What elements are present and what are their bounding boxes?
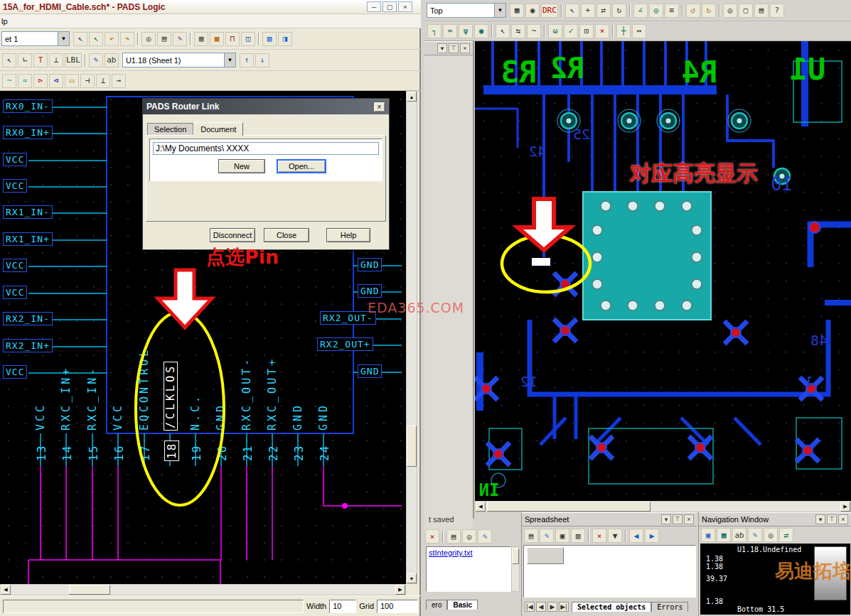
net-label[interactable]: RX1_IN+	[3, 232, 53, 246]
redo-icon[interactable]: ↷	[120, 32, 134, 46]
fit-icon[interactable]: ▢	[739, 4, 753, 18]
via-icon[interactable]: ◎	[649, 4, 663, 18]
tab-document[interactable]: Document	[193, 122, 243, 136]
select-icon[interactable]: ↖	[496, 24, 510, 38]
pan-icon[interactable]: +	[581, 4, 595, 18]
route-icon[interactable]: ┐	[427, 24, 441, 38]
spreadsheet-cell-block[interactable]	[527, 547, 564, 564]
tab-selected-objects[interactable]: Selected objects	[572, 602, 651, 612]
close-icon[interactable]: ×	[398, 1, 412, 12]
pads-router-link-dialog[interactable]: PADS Router Link × Selection Document Ne…	[142, 98, 390, 250]
zoom-icon[interactable]: ◎	[141, 32, 156, 46]
sheet-combobox[interactable]: et 1 ▼	[1, 31, 70, 46]
pin-name[interactable]: RXC_IN-	[86, 366, 99, 431]
pen-icon[interactable]: ✎	[89, 53, 103, 67]
rotate-icon[interactable]: ↻	[612, 4, 626, 18]
clear-icon[interactable]: ×	[425, 529, 439, 544]
pin-number[interactable]: 21	[241, 445, 255, 461]
sheet-icon[interactable]: ▤	[157, 32, 171, 46]
chevron-down-icon[interactable]: ▼	[224, 53, 235, 67]
move-icon[interactable]: ⇄	[596, 4, 611, 18]
scroll-up-icon[interactable]: ▲	[407, 92, 417, 102]
dialog-title-bar[interactable]: PADS Router Link ×	[143, 99, 389, 114]
last-record-icon[interactable]: ▶|	[559, 602, 569, 612]
redo-icon[interactable]: ↻	[702, 4, 716, 18]
output-scroll-thumb[interactable]	[512, 549, 519, 564]
next-gate-icon[interactable]: ↓	[255, 53, 269, 67]
side-panel-body[interactable]	[424, 55, 473, 533]
navigation-header[interactable]: Navigation Window ▾⊤×	[699, 512, 851, 526]
board-icon[interactable]: ▦	[717, 528, 731, 542]
next-record-icon[interactable]: ▶	[547, 602, 557, 612]
minimize-icon[interactable]: ─	[367, 1, 381, 12]
zoom-nav-icon[interactable]: ◎	[764, 528, 778, 542]
select-mode-icon[interactable]: ↖	[2, 53, 16, 67]
status-grid-value[interactable]: 100	[377, 600, 418, 613]
net-label[interactable]: GND	[358, 258, 382, 271]
layer-combobox[interactable]: Top ▼	[427, 3, 506, 18]
report-icon[interactable]: ▤	[754, 4, 769, 18]
net-label[interactable]: GND	[358, 364, 382, 378]
prev-icon[interactable]: ◀	[629, 529, 643, 543]
spread-icon[interactable]: ↔	[632, 24, 646, 38]
unroute-icon[interactable]: ×	[595, 24, 609, 38]
fanout-icon[interactable]: ψ	[459, 24, 473, 38]
paste-icon[interactable]: ▥	[571, 529, 585, 543]
pin-number[interactable]: 16	[112, 445, 126, 461]
previous-gate-icon[interactable]: ↑	[240, 53, 254, 67]
ab-text-icon[interactable]: ab	[732, 528, 746, 542]
disconnect-button[interactable]: Disconnect	[210, 228, 255, 242]
ab-text-icon[interactable]: ab	[105, 53, 119, 67]
prev-record-icon[interactable]: ◀	[536, 602, 546, 612]
pin-icon[interactable]: ⊤	[449, 43, 459, 53]
select-icon[interactable]: ↖	[73, 32, 87, 46]
pin-name[interactable]: GND	[317, 403, 330, 431]
pin-number[interactable]: 14	[60, 445, 74, 461]
find-icon[interactable]: ◎	[462, 529, 476, 544]
scroll-right-icon[interactable]: ▶	[840, 502, 850, 512]
style-icon[interactable]: ✎	[540, 529, 554, 543]
net-label[interactable]: RX2_OUT+	[317, 337, 373, 351]
vscroll-thumb[interactable]	[407, 426, 417, 467]
net-label[interactable]: RX0_IN-	[3, 99, 53, 113]
tune-icon[interactable]: ω	[548, 24, 562, 38]
origin-icon[interactable]: ◉	[525, 4, 540, 18]
vias[interactable]	[561, 113, 790, 184]
capacitor-icon[interactable]: ⊣	[80, 74, 95, 88]
net-label[interactable]: RX1_IN-	[3, 205, 53, 219]
pin-number[interactable]: 24	[318, 445, 331, 461]
restore-icon[interactable]: ▢	[382, 1, 397, 12]
layers-icon[interactable]: ≡	[665, 4, 679, 18]
hscroll-thumb[interactable]	[69, 585, 110, 595]
edit-icon[interactable]: ✎	[478, 529, 492, 544]
gate-icon[interactable]: ⊓	[225, 32, 240, 46]
grid-icon[interactable]: ▦	[194, 32, 208, 46]
pin-number[interactable]: 19	[190, 445, 203, 461]
net-label[interactable]: VCC	[3, 365, 27, 379]
grid-icon[interactable]: ▦	[510, 4, 524, 18]
properties-icon[interactable]: ▤	[524, 529, 538, 543]
net-label[interactable]: RX2_IN+	[3, 339, 53, 352]
resistor-icon[interactable]: ▭	[65, 74, 79, 88]
net-label[interactable]: RX2_OUT-	[320, 311, 376, 325]
chevron-down-icon[interactable]: ▾	[661, 514, 671, 524]
scroll-left-icon[interactable]: ◀	[1, 585, 11, 595]
new-button[interactable]: New	[218, 159, 265, 173]
pin-number[interactable]: 23	[292, 445, 306, 461]
open-button[interactable]: Open...	[277, 159, 326, 173]
pin-name[interactable]: GND	[291, 403, 304, 431]
spreadsheet-header[interactable]: Spreadsheet ▾⊤×	[522, 512, 697, 526]
status-width-value[interactable]: 10	[329, 600, 356, 613]
scroll-right-icon[interactable]: ▶	[395, 585, 405, 595]
scroll-left-icon[interactable]: ◀	[476, 502, 486, 512]
label-icon[interactable]: LBL	[65, 53, 82, 67]
pin-number[interactable]: 20	[215, 445, 229, 461]
measure-icon[interactable]: ∠	[633, 4, 648, 18]
bus-route-icon[interactable]: ┼	[616, 24, 631, 38]
close-button[interactable]: Close	[264, 228, 309, 242]
connection-icon[interactable]: ∟	[18, 53, 32, 67]
drc-icon[interactable]: DRC	[541, 4, 558, 18]
pin-name[interactable]: RXC_IN+	[60, 366, 73, 431]
gate-red-icon[interactable]: ⊳	[33, 74, 48, 88]
undo-icon[interactable]: ↺	[686, 4, 700, 18]
